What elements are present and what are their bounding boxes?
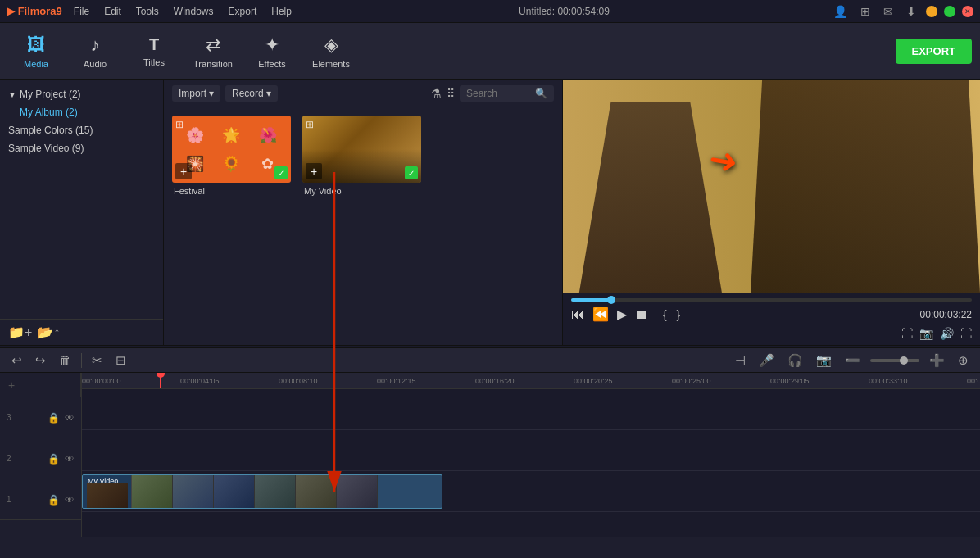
video-add-to-timeline-icon[interactable]: + bbox=[306, 163, 322, 179]
progress-handle[interactable] bbox=[607, 296, 615, 304]
step-back-button[interactable]: ⏪ bbox=[592, 306, 609, 322]
mark-in-button[interactable]: ⊣ bbox=[732, 352, 749, 370]
festival-thumbnail: 🌸 🌟 🌺 🎇 🌻 ✿ ⊞ + ✓ bbox=[172, 116, 291, 183]
timeline: ↩ ↪ 🗑 ✂ ⊟ ⊣ 🎤 🎧 📷 ➖ ➕ ⊕ + 3 🔒 👁 bbox=[0, 348, 980, 537]
cut-button[interactable]: ✂ bbox=[88, 352, 106, 370]
clip-thumb-6 bbox=[337, 475, 378, 508]
fullscreen-preview-icon[interactable]: ⛶ bbox=[901, 327, 913, 340]
tree-item-colors-label: Sample Colors (15) bbox=[8, 125, 93, 136]
undo-button[interactable]: ↩ bbox=[8, 352, 25, 370]
toolbar-media-label: Media bbox=[24, 59, 48, 69]
track-lock-1-icon[interactable]: 🔒 bbox=[48, 494, 60, 506]
toolbar-titles[interactable]: T Titles bbox=[126, 27, 182, 76]
search-icon[interactable]: 🔍 bbox=[535, 88, 547, 99]
ruler-mark-0: 00:00:00:00 bbox=[82, 377, 121, 385]
zoom-control bbox=[870, 359, 919, 362]
close-button[interactable]: ✕ bbox=[962, 6, 973, 17]
import-folder-button[interactable]: 📂↑ bbox=[37, 324, 60, 340]
track-eye-2-icon[interactable]: 👁 bbox=[65, 453, 75, 465]
media-card-festival[interactable]: 🌸 🌟 🌺 🎇 🌻 ✿ ⊞ + ✓ Festival bbox=[172, 116, 291, 196]
track-eye-3-icon[interactable]: 👁 bbox=[65, 412, 75, 424]
toolbar-audio[interactable]: ♪ Audio bbox=[67, 27, 123, 76]
user-icon[interactable]: 👤 bbox=[830, 5, 851, 18]
export-button[interactable]: EXPORT bbox=[896, 39, 972, 64]
mail-icon[interactable]: ✉ bbox=[880, 5, 896, 18]
download-icon[interactable]: ⬇ bbox=[903, 5, 919, 18]
toolbar-elements[interactable]: ◈ Elements bbox=[303, 27, 359, 76]
menu-file[interactable]: File bbox=[67, 4, 96, 19]
track-headers: + 3 🔒 👁 2 🔒 👁 1 🔒 👁 bbox=[0, 373, 82, 537]
adjust-button[interactable]: ⊟ bbox=[112, 352, 129, 370]
toolbar-separator-1 bbox=[81, 353, 82, 368]
redo-button[interactable]: ↪ bbox=[32, 352, 49, 370]
grid-view-icon[interactable]: ⠿ bbox=[447, 87, 455, 100]
menu-edit[interactable]: Edit bbox=[98, 4, 128, 19]
snapshot-icon[interactable]: 📷 bbox=[919, 327, 933, 340]
stop-button[interactable]: ⏹ bbox=[635, 307, 648, 322]
voiceover-button[interactable]: 🎧 bbox=[784, 352, 806, 370]
clip-thumb-3 bbox=[214, 475, 255, 508]
track-header-2: 2 🔒 👁 bbox=[0, 438, 81, 479]
pip-icon[interactable]: ⛶ bbox=[960, 327, 972, 340]
media-toolbar: Import ▾ Record ▾ ⚗ ⠿ 🔍 bbox=[164, 80, 562, 107]
zoom-in-button[interactable]: ➕ bbox=[926, 352, 948, 370]
track-num-2: 2 bbox=[7, 454, 11, 463]
delete-button[interactable]: 🗑 bbox=[56, 352, 75, 369]
maximize-button[interactable] bbox=[944, 6, 955, 17]
mic-button[interactable]: 🎤 bbox=[755, 352, 778, 370]
toolbar-transition[interactable]: ⇄ Transition bbox=[185, 27, 241, 76]
menu-help[interactable]: Help bbox=[265, 4, 298, 19]
festival-icon-5: 🌻 bbox=[215, 151, 247, 176]
add-track-button[interactable]: ⊕ bbox=[955, 352, 972, 370]
filter-icon[interactable]: ⚗ bbox=[431, 87, 442, 100]
toolbar-media[interactable]: 🖼 Media bbox=[8, 27, 64, 76]
new-folder-button[interactable]: 📁+ bbox=[8, 324, 32, 340]
media-card-myvideo[interactable]: ⊞ + ✓ My Video bbox=[302, 116, 421, 196]
search-input[interactable] bbox=[466, 88, 532, 99]
track-eye-1-icon[interactable]: 👁 bbox=[65, 494, 75, 506]
menu-windows[interactable]: Windows bbox=[167, 4, 220, 19]
tree-item-project[interactable]: ▼ My Project (2) bbox=[0, 85, 163, 103]
progress-bar[interactable] bbox=[571, 298, 972, 302]
minimize-button[interactable] bbox=[926, 6, 937, 17]
record-button[interactable]: Record ▾ bbox=[225, 85, 278, 102]
zoom-slider[interactable] bbox=[870, 359, 919, 362]
grid-icon[interactable]: ⊞ bbox=[857, 5, 873, 18]
ruler-mark-9: 00:00:37:16 bbox=[967, 377, 980, 385]
zoom-out-button[interactable]: ➖ bbox=[842, 352, 864, 370]
volume-icon[interactable]: 🔊 bbox=[940, 327, 954, 340]
clip-thumb-2 bbox=[173, 475, 214, 508]
app-name: Filmora9 bbox=[18, 5, 62, 17]
video-clip-myvideo[interactable]: My Video bbox=[82, 474, 442, 509]
checkmark-icon: ✓ bbox=[274, 166, 288, 179]
rewind-button[interactable]: ⏮ bbox=[571, 307, 584, 322]
add-to-timeline-icon[interactable]: + bbox=[175, 163, 192, 179]
timeline-body: + 3 🔒 👁 2 🔒 👁 1 🔒 👁 00:00:00:00 bbox=[0, 373, 980, 537]
toolbar-effects[interactable]: ✦ Effects bbox=[244, 27, 300, 76]
progress-fill bbox=[571, 298, 611, 302]
track-lock-2-icon[interactable]: 🔒 bbox=[48, 453, 60, 465]
clip-thumbnails: My Video bbox=[83, 475, 378, 508]
tree-item-colors[interactable]: Sample Colors (15) bbox=[0, 121, 163, 139]
festival-label: Festival bbox=[172, 186, 291, 196]
mark-in-out[interactable]: { } bbox=[663, 308, 683, 321]
menu-bar: File Edit Tools Windows Export Help bbox=[67, 4, 298, 19]
snapshot-timeline-button[interactable]: 📷 bbox=[813, 352, 835, 370]
import-button[interactable]: Import ▾ bbox=[172, 85, 220, 102]
track-header-1: 1 🔒 👁 bbox=[0, 479, 81, 520]
search-box: 🔍 bbox=[460, 85, 554, 102]
record-chevron-icon: ▾ bbox=[266, 88, 271, 99]
menu-tools[interactable]: Tools bbox=[129, 4, 166, 19]
zoom-handle[interactable] bbox=[900, 356, 908, 365]
tree-item-video[interactable]: Sample Video (9) bbox=[0, 139, 163, 157]
track-lock-3-icon[interactable]: 🔒 bbox=[48, 412, 60, 424]
menu-export[interactable]: Export bbox=[222, 4, 264, 19]
playhead[interactable] bbox=[160, 373, 161, 388]
festival-icon-1: 🌸 bbox=[179, 122, 211, 147]
tree-item-album[interactable]: My Album (2) bbox=[0, 103, 163, 121]
add-track-icon[interactable]: + bbox=[8, 379, 15, 392]
video-grid-overlay-icon: ⊞ bbox=[306, 119, 314, 130]
record-label: Record bbox=[232, 88, 264, 99]
video-checkmark-icon: ✓ bbox=[405, 166, 418, 179]
play-button[interactable]: ▶ bbox=[617, 306, 627, 322]
